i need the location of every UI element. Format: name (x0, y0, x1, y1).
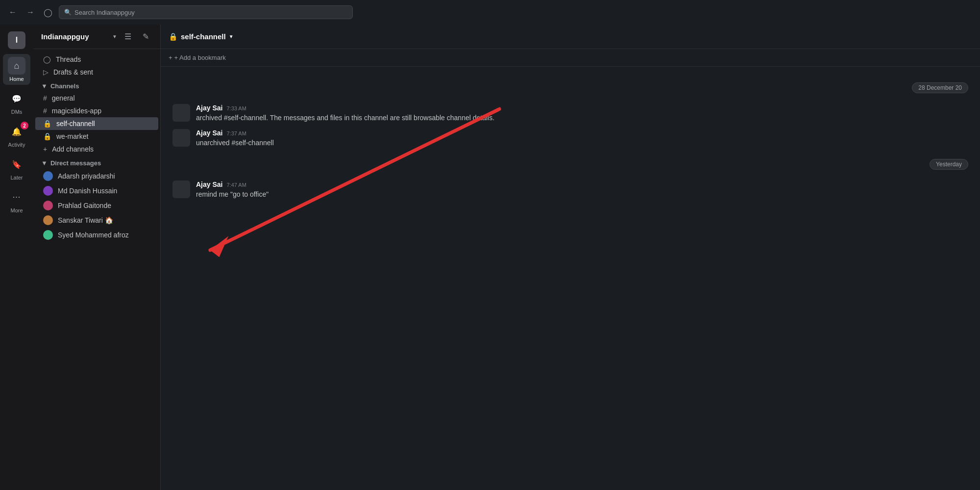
timestamp-1: 7:33 AM (226, 105, 246, 111)
channel-lock-icon: 🔒 (169, 32, 178, 41)
channels-section-header[interactable]: ▼ Channels (33, 78, 160, 92)
timestamp-3: 7:47 AM (226, 182, 246, 188)
sender-name-1: Ajay Sai (196, 104, 222, 112)
channel-chevron-icon: ▼ (229, 34, 234, 39)
date-divider-dec28: 28 December 20 (161, 78, 980, 97)
sidebar: Indianappguy ▼ ☰ ✎ ◯ Threads ▷ Drafts & … (33, 25, 161, 490)
history-button[interactable]: ◯ (41, 5, 55, 19)
messages-container: 28 December 20 Ajay Sai 7:33 AM archived… (161, 67, 980, 490)
later-icon: 🔖 (8, 155, 25, 173)
later-label: Later (10, 175, 23, 181)
chat-header: 🔒 self-channell ▼ (161, 25, 980, 49)
message-text-1: archived #self-channell. The messages an… (196, 113, 968, 123)
hash-icon-general: # (43, 94, 47, 102)
rail-item-activity[interactable]: 🔔 Activity 2 (3, 120, 30, 151)
compose-button[interactable]: ✎ (139, 30, 152, 44)
lock-icon-self: 🔒 (43, 120, 51, 128)
threads-label: Threads (56, 55, 81, 63)
message-content-2: Ajay Sai 7:37 AM unarchived #self-channe… (196, 129, 968, 148)
top-bar: ← → ◯ 🔍 Search Indianappguy (0, 0, 980, 25)
avatar-msg1 (172, 104, 190, 122)
rail-item-more[interactable]: ··· More (3, 185, 30, 216)
drafts-icon: ▷ (43, 68, 49, 76)
workspace-avatar[interactable]: I (3, 28, 30, 52)
message-content-3: Ajay Sai 7:47 AM remind me "go to office… (196, 181, 968, 200)
prahlad-label: Prahlad Gaitonde (58, 202, 111, 209)
home-label: Home (9, 76, 24, 82)
message-meta-3: Ajay Sai 7:47 AM (196, 181, 968, 188)
message-meta-2: Ajay Sai 7:37 AM (196, 129, 968, 137)
date-divider-yesterday: Yesterday (161, 155, 980, 174)
filter-button[interactable]: ☰ (121, 30, 135, 44)
sender-name-3: Ajay Sai (196, 181, 222, 188)
message-text-3: remind me "go to office" (196, 189, 968, 200)
dm-section-label: Direct messages (50, 159, 101, 167)
message-row-1: Ajay Sai 7:33 AM archived #self-channell… (161, 101, 980, 126)
sender-name-2: Ajay Sai (196, 129, 222, 137)
search-bar[interactable]: 🔍 Search Indianappguy (59, 5, 353, 19)
sidebar-item-add-channels[interactable]: + Add channels (35, 143, 158, 155)
general-label: general (52, 94, 75, 102)
sidebar-item-general[interactable]: # general (35, 92, 158, 104)
home-icon: ⌂ (8, 57, 25, 75)
channel-name: self-channell (181, 32, 226, 41)
channels-collapse-icon: ▼ (41, 82, 48, 90)
sidebar-item-drafts[interactable]: ▷ Drafts & sent (35, 66, 158, 78)
add-channels-label: Add channels (52, 145, 94, 153)
dm-section-header[interactable]: ▼ Direct messages (33, 155, 160, 169)
icon-rail: I ⌂ Home 💬 DMs 🔔 Activity 2 🔖 Later ··· … (0, 25, 33, 490)
dm-collapse-icon: ▼ (41, 159, 48, 167)
sidebar-item-sanskar[interactable]: Sanskar Tiwari 🏠 (35, 213, 158, 228)
sidebar-item-adarsh[interactable]: Adarsh priyadarshi (35, 169, 158, 183)
main-layout: I ⌂ Home 💬 DMs 🔔 Activity 2 🔖 Later ··· … (0, 25, 980, 490)
workspace-icon: I (8, 31, 25, 49)
forward-button[interactable]: → (24, 5, 37, 19)
danish-label: Md Danish Hussain (58, 187, 117, 195)
threads-icon: ◯ (43, 55, 51, 63)
sidebar-item-self-channell[interactable]: 🔒 self-channell (35, 117, 158, 130)
message-content-1: Ajay Sai 7:33 AM archived #self-channell… (196, 104, 968, 123)
dms-icon: 💬 (8, 90, 25, 107)
search-placeholder: Search Indianappguy (74, 9, 135, 16)
search-icon: 🔍 (64, 9, 72, 16)
adarsh-label: Adarsh priyadarshi (58, 172, 115, 180)
dms-label: DMs (11, 109, 23, 115)
drafts-label: Drafts & sent (53, 68, 93, 76)
activity-label: Activity (8, 142, 25, 148)
sanskar-label: Sanskar Tiwari 🏠 (58, 216, 113, 224)
plus-icon-channels: + (43, 145, 47, 153)
lock-icon-we-market: 🔒 (43, 132, 51, 140)
chevron-down-icon: ▼ (112, 34, 117, 39)
channels-section-label: Channels (50, 82, 79, 90)
self-channell-label: self-channell (56, 120, 95, 128)
rail-item-home[interactable]: ⌂ Home (3, 54, 30, 85)
date-chip-yesterday: Yesterday (930, 159, 968, 170)
workspace-name: Indianappguy (41, 32, 108, 41)
bookmark-label: + Add a bookmark (174, 54, 226, 61)
date-chip-dec28: 28 December 20 (912, 82, 968, 93)
sidebar-item-magicslides[interactable]: # magicslides-app (35, 104, 158, 117)
message-text-2: unarchived #self-channell (196, 138, 968, 148)
magicslides-label: magicslides-app (52, 107, 101, 115)
message-meta-1: Ajay Sai 7:33 AM (196, 104, 968, 112)
sidebar-item-danish[interactable]: Md Danish Hussain (35, 183, 158, 198)
channel-title: 🔒 self-channell ▼ (169, 32, 234, 41)
activity-badge: 2 (21, 122, 28, 129)
we-market-label: we-market (56, 132, 88, 140)
sidebar-item-prahlad[interactable]: Prahlad Gaitonde (35, 198, 158, 213)
sidebar-header: Indianappguy ▼ ☰ ✎ (33, 25, 160, 49)
rail-item-later[interactable]: 🔖 Later (3, 153, 30, 183)
bookmark-bar[interactable]: + + Add a bookmark (161, 49, 980, 67)
rail-item-dms[interactable]: 💬 DMs (3, 87, 30, 118)
avatar-msg2 (172, 129, 190, 147)
back-button[interactable]: ← (6, 5, 20, 19)
bookmark-plus-icon: + (169, 54, 172, 61)
hash-icon-magicslides: # (43, 107, 47, 115)
chat-area: 🔒 self-channell ▼ + + Add a bookmark 28 … (161, 25, 980, 490)
sidebar-content: ◯ Threads ▷ Drafts & sent ▼ Channels # g… (33, 49, 160, 490)
sidebar-item-we-market[interactable]: 🔒 we-market (35, 130, 158, 143)
sidebar-item-syed[interactable]: Syed Mohammed afroz (35, 228, 158, 242)
sidebar-item-threads[interactable]: ◯ Threads (35, 53, 158, 66)
svg-marker-1 (210, 236, 229, 257)
timestamp-2: 7:37 AM (226, 130, 246, 136)
